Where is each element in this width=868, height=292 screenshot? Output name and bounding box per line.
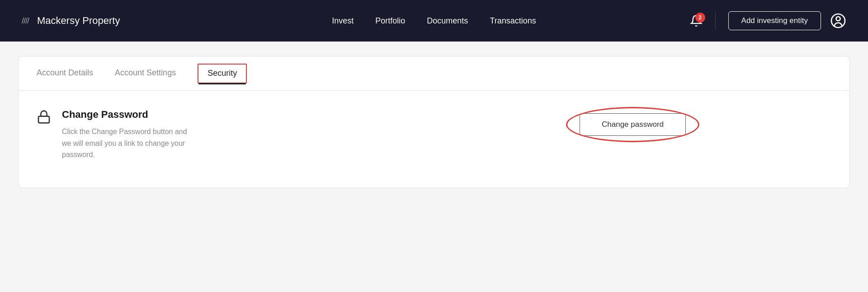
nav-portfolio[interactable]: Portfolio (375, 16, 405, 26)
nav-documents[interactable]: Documents (427, 16, 468, 26)
change-password-button-wrap: Change password (434, 109, 831, 136)
navbar: //// Mackersy Property Invest Portfolio … (0, 0, 868, 42)
change-password-button[interactable]: Change password (580, 113, 686, 136)
lock-icon (37, 110, 51, 124)
notification-badge: 2 (695, 13, 705, 23)
lock-icon-wrap (37, 110, 51, 126)
user-avatar-button[interactable] (830, 13, 846, 29)
svg-point-1 (836, 17, 840, 21)
nav-divider (715, 12, 716, 30)
change-password-title: Change Password (62, 109, 189, 121)
nav-invest[interactable]: Invest (332, 16, 354, 26)
change-password-text: Change Password Click the Change Passwor… (62, 109, 189, 161)
tab-account-settings[interactable]: Account Settings (115, 56, 190, 90)
tab-account-details[interactable]: Account Details (37, 56, 108, 90)
navbar-actions: 2 Add investing entity (571, 11, 846, 30)
nav-transactions[interactable]: Transactions (490, 16, 536, 26)
change-password-button-annotation: Change password (580, 113, 686, 136)
change-password-description: Click the Change Password button and we … (62, 126, 189, 161)
security-content: Change Password Click the Change Passwor… (19, 91, 849, 188)
tab-security[interactable]: Security (198, 64, 247, 83)
svg-rect-2 (38, 116, 49, 123)
brand: //// Mackersy Property (22, 15, 297, 27)
brand-slashes-icon: //// (22, 16, 29, 26)
brand-name: Mackersy Property (37, 15, 120, 27)
notification-button[interactable]: 2 (690, 14, 703, 27)
change-password-section: Change Password Click the Change Passwor… (37, 109, 434, 161)
main-content: Account Details Account Settings Securit… (0, 42, 868, 203)
add-entity-button[interactable]: Add investing entity (728, 11, 821, 30)
tabs-container: Account Details Account Settings Securit… (19, 56, 849, 91)
account-card: Account Details Account Settings Securit… (18, 56, 850, 188)
user-avatar-icon (830, 13, 846, 29)
nav-links: Invest Portfolio Documents Transactions (297, 16, 571, 26)
